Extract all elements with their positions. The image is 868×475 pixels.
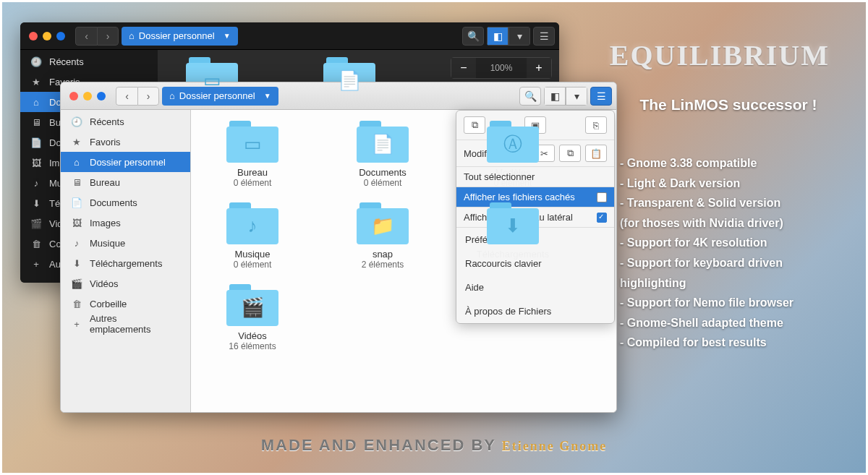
nav-back-button[interactable]: ‹ [116, 87, 137, 106]
sidebar-item-icon: 🗑 [30, 239, 42, 249]
sidebar-item-icon: 🖼 [30, 158, 42, 168]
folder-subtitle: 16 éléments [229, 341, 276, 351]
sidebar-item[interactable]: ⌂Dossier personnel [61, 152, 190, 172]
sidebar-item-icon: + [30, 259, 42, 270]
show-sidebar-checkbox[interactable] [597, 213, 607, 223]
view-dropdown-button[interactable]: ▾ [509, 27, 530, 46]
sidebar-item-icon: 🕘 [30, 56, 42, 67]
sidebar-item-label: Musique [90, 238, 125, 249]
author-credit: Etienne Gnome [502, 439, 608, 453]
sidebar-item-label: Images [90, 218, 121, 228]
sidebar-item-icon: 🖼 [71, 218, 82, 228]
minimize-button[interactable] [43, 32, 51, 40]
minimize-button[interactable] [83, 92, 92, 100]
popover-menu-item[interactable]: Aide [456, 278, 614, 296]
folder-name: Vidéos [238, 330, 267, 341]
nav-forward-button[interactable]: › [97, 27, 119, 46]
sidebar-item[interactable]: +Autres emplacements [61, 314, 190, 334]
folder-tile[interactable]: 🎬Vidéos16 éléments [213, 284, 292, 351]
sidebar-item-icon: 🗑 [71, 299, 82, 309]
new-tab-button[interactable]: ⧉ [464, 116, 485, 134]
folder-icon: ▭ [203, 69, 221, 92]
nav-back-button[interactable]: ‹ [75, 27, 97, 46]
folder-tile[interactable]: ♪Musique0 élément [213, 202, 292, 270]
sidebar-item-icon: ♪ [71, 238, 82, 249]
sidebar-item-label: Dossier personnel [90, 157, 166, 168]
sidebar-item[interactable]: 🗑Corbeille [61, 294, 190, 314]
show-hidden-menu-item[interactable]: Afficher les fichiers cachés [464, 192, 575, 202]
sidebar-item[interactable]: 📄Documents [61, 192, 190, 213]
folder-icon: 🎬 [241, 296, 264, 319]
sidebar-item[interactable]: ★Favoris [61, 132, 190, 152]
zoom-out-button[interactable]: − [451, 58, 476, 78]
sidebar-item-icon: 🎬 [71, 278, 82, 289]
window-controls [25, 32, 69, 40]
hamburger-menu-button[interactable]: ☰ [590, 87, 612, 106]
hamburger-menu-button[interactable]: ☰ [533, 27, 555, 46]
sidebar-item-icon: 📄 [30, 137, 42, 148]
folder-icon: Ⓐ [503, 132, 522, 157]
sidebar-item[interactable]: 🖼Images [61, 213, 190, 233]
new-folder-button[interactable]: ⎘ [585, 116, 607, 134]
sidebar-item-label: Bureau [90, 177, 120, 188]
folder-icon: 📄 [371, 133, 394, 155]
close-button[interactable] [69, 92, 78, 100]
view-icons-button[interactable]: ◧ [487, 27, 509, 46]
light-file-manager-window: ‹ › ⌂ Dossier personnel ▼ 🔍 ◧ ▾ ☰ 🕘Récen… [60, 82, 617, 413]
feature-line: - Gnome 3.38 compatible [620, 154, 844, 173]
folder-tile[interactable]: 📁snap2 éléments [343, 202, 422, 270]
footer-credit: MADE AND ENHANCED BY Etienne Gnome [2, 436, 866, 455]
show-hidden-checkbox[interactable] [597, 192, 607, 202]
feature-list: - Gnome 3.38 compatible- Light & Dark ve… [620, 154, 844, 354]
maximize-button[interactable] [56, 32, 65, 40]
folder-name: Musique [234, 249, 270, 260]
path-bar[interactable]: ⌂ Dossier personnel ▼ [122, 27, 238, 46]
maximize-button[interactable] [97, 92, 106, 100]
folder-icon: ⬇ [505, 215, 521, 237]
nav-forward-button[interactable]: › [137, 87, 159, 106]
light-sidebar: 🕘Récents★Favoris⌂Dossier personnel🖥Burea… [61, 110, 191, 412]
popover-menu-item[interactable]: Raccourcis clavier [456, 254, 614, 273]
zoom-level: 100% [476, 63, 527, 73]
sidebar-item-icon: ★ [30, 77, 42, 87]
folder-tile[interactable]: ▭Bureau0 élément [213, 121, 292, 188]
sidebar-item-icon: 📄 [71, 197, 82, 208]
window-controls [65, 92, 110, 100]
path-label: Dossier personnel [139, 30, 215, 41]
feature-line: - Light & Dark version [620, 174, 844, 193]
feature-line: - Gnome-Shell adapted theme [620, 314, 844, 333]
chevron-down-icon: ▼ [224, 32, 231, 40]
copy-button[interactable]: ⧉ [559, 145, 581, 162]
close-button[interactable] [29, 32, 38, 40]
folder-tile[interactable]: 📄Documents0 élément [343, 121, 422, 188]
feature-line: - Support for Nemo file browser [620, 294, 844, 312]
sidebar-item-icon: 🎬 [30, 218, 42, 229]
view-dropdown-button[interactable]: ▾ [566, 87, 587, 106]
folder-subtitle: 0 élément [364, 178, 402, 188]
chevron-down-icon: ▼ [264, 92, 271, 100]
sidebar-item-icon: ⬇ [71, 258, 82, 269]
sidebar-item[interactable]: ♪Musique [61, 233, 190, 253]
sidebar-item[interactable]: ⬇Téléchargements [61, 253, 190, 273]
search-button[interactable]: 🔍 [519, 87, 541, 106]
feature-line: - Transparent & Solid version [620, 194, 844, 213]
feature-line: highlighting [620, 274, 844, 293]
paste-button[interactable]: 📋 [585, 145, 607, 162]
sidebar-item-icon: ⬇ [30, 198, 42, 209]
select-all-menu-item[interactable]: Tout sélectionner [464, 171, 535, 182]
path-label: Dossier personnel [179, 90, 255, 101]
folder-icon: 📁 [371, 215, 394, 237]
sidebar-item[interactable]: 🕘Récents [61, 111, 190, 132]
popover-menu-item[interactable]: À propos de Fichiers [456, 302, 614, 320]
home-icon: ⌂ [169, 90, 175, 101]
home-icon: ⌂ [129, 30, 135, 41]
sidebar-item-icon: 🖥 [71, 177, 82, 188]
sidebar-item[interactable]: 🎬Vidéos [61, 273, 190, 294]
sidebar-item-label: Vidéos [90, 278, 119, 289]
folder-subtitle: 0 élément [234, 178, 272, 188]
zoom-in-button[interactable]: + [527, 58, 551, 78]
search-button[interactable]: 🔍 [462, 27, 484, 46]
view-icons-button[interactable]: ◧ [544, 87, 566, 106]
sidebar-item[interactable]: 🖥Bureau [61, 172, 190, 192]
sidebar-item[interactable]: 🕘Récents [20, 51, 158, 72]
